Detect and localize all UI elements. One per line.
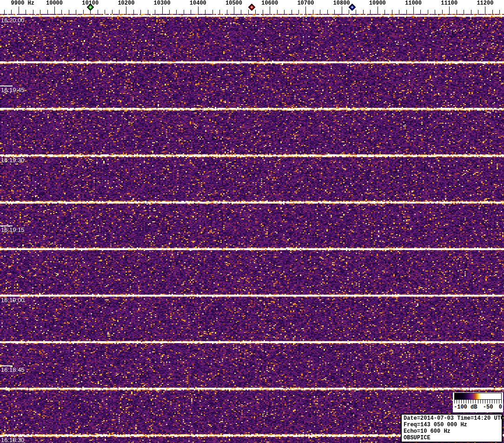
colorbar-label-max: 0 bbox=[499, 404, 502, 410]
meteor-echo-spectrogram-screen: 9900 Hz100001010010200103001040010500106… bbox=[0, 0, 504, 443]
freq-tick-label: 10500 bbox=[225, 0, 242, 7]
waterfall-plot-area: 16:20:0016:19:4516:19:3016:19:1516:19:00… bbox=[0, 14, 504, 443]
freq-tick-label: 10600 bbox=[261, 0, 278, 7]
info-station-name: OBSUPICE bbox=[404, 435, 502, 441]
spectrogram-canvas bbox=[0, 14, 504, 443]
freq-tick-label: 10400 bbox=[190, 0, 206, 7]
time-tick-label: 16:18:30 bbox=[1, 437, 25, 443]
time-tick-label: 16:19:00 bbox=[1, 297, 25, 303]
colorbar-gradient bbox=[454, 393, 502, 400]
colorbar-label-mid: -50 bbox=[483, 404, 493, 410]
time-tick-label: 16:18:45 bbox=[1, 367, 25, 373]
time-tick-label: 16:19:15 bbox=[1, 227, 25, 233]
colorbar-legend: -100 dB -50 0 bbox=[453, 392, 503, 412]
freq-tick-label: 11200 bbox=[477, 0, 493, 7]
time-tick-label: 16:19:30 bbox=[1, 157, 25, 163]
freq-tick-label: 10300 bbox=[154, 0, 171, 7]
info-echo-offset: Echo=10 600 Hz bbox=[404, 428, 502, 435]
freq-tick-label: 10200 bbox=[118, 0, 134, 7]
info-date-time: Date=2014-07-03 Time=14:20 UTC bbox=[404, 415, 502, 422]
marker-center-dot bbox=[89, 6, 91, 8]
time-tick-label: 16:20:00 bbox=[1, 17, 25, 23]
freq-tick-label: 11000 bbox=[405, 0, 422, 7]
freq-tick-label: 10900 bbox=[369, 0, 386, 7]
time-tick-label: 16:19:45 bbox=[1, 87, 25, 93]
freq-tick-label: 10000 bbox=[46, 0, 63, 7]
marker-center-dot bbox=[351, 6, 353, 8]
colorbar-label-min: -100 dB bbox=[454, 404, 477, 410]
freq-tick-label: 10700 bbox=[297, 0, 314, 7]
frequency-ruler: 9900 Hz100001010010200103001040010500106… bbox=[0, 0, 504, 14]
info-frequency: Freq=143 050 000 Hz bbox=[404, 422, 502, 428]
freq-tick-label: 11100 bbox=[441, 0, 458, 7]
marker-center-dot bbox=[251, 6, 252, 8]
observation-info-box: Date=2014-07-03 Time=14:20 UTC Freq=143 … bbox=[401, 414, 503, 443]
freq-tick-label: 9900 Hz bbox=[11, 0, 34, 7]
colorbar-labels: -100 dB -50 0 bbox=[453, 403, 503, 410]
colorbar-ticks bbox=[454, 400, 502, 403]
freq-tick-label: 10800 bbox=[333, 0, 350, 7]
